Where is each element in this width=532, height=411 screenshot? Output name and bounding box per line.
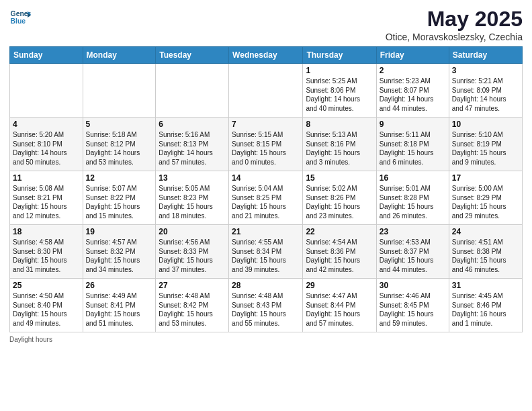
day-info: Sunrise: 4:57 AM Sunset: 8:32 PM Dayligh…: [86, 238, 153, 274]
day-number: 23: [380, 227, 446, 236]
calendar-week-1: 1Sunrise: 5:25 AM Sunset: 8:06 PM Daylig…: [10, 64, 523, 118]
calendar-cell: 20Sunrise: 4:56 AM Sunset: 8:33 PM Dayli…: [156, 225, 229, 279]
logo-icon: General Blue: [9, 7, 31, 28]
day-number: 28: [232, 281, 300, 290]
calendar-cell: 17Sunrise: 5:00 AM Sunset: 8:29 PM Dayli…: [449, 171, 522, 225]
day-number: 30: [380, 281, 446, 290]
day-info: Sunrise: 5:01 AM Sunset: 8:28 PM Dayligh…: [380, 184, 446, 220]
calendar-cell: 21Sunrise: 4:55 AM Sunset: 8:34 PM Dayli…: [229, 225, 303, 279]
page: General Blue May 2025 Otice, Moravskosle…: [0, 0, 532, 411]
calendar-cell: 9Sunrise: 5:11 AM Sunset: 8:18 PM Daylig…: [376, 118, 449, 171]
day-number: 15: [306, 173, 373, 183]
calendar-header-saturday: Saturday: [449, 47, 522, 64]
month-title: May 2025: [386, 7, 523, 32]
day-info: Sunrise: 4:48 AM Sunset: 8:42 PM Dayligh…: [159, 291, 226, 328]
calendar-cell: 25Sunrise: 4:50 AM Sunset: 8:40 PM Dayli…: [10, 279, 83, 332]
calendar-header-row: SundayMondayTuesdayWednesdayThursdayFrid…: [10, 47, 523, 64]
logo: General Blue: [9, 7, 31, 28]
day-number: 31: [452, 281, 519, 290]
header: General Blue May 2025 Otice, Moravskosle…: [9, 7, 523, 42]
calendar-cell: 23Sunrise: 4:53 AM Sunset: 8:37 PM Dayli…: [376, 225, 449, 279]
calendar-cell: [229, 64, 303, 118]
calendar-header-monday: Monday: [83, 47, 156, 64]
day-info: Sunrise: 4:53 AM Sunset: 8:37 PM Dayligh…: [380, 238, 446, 274]
day-info: Sunrise: 4:45 AM Sunset: 8:46 PM Dayligh…: [452, 291, 519, 328]
day-info: Sunrise: 4:47 AM Sunset: 8:44 PM Dayligh…: [306, 291, 373, 328]
day-info: Sunrise: 5:25 AM Sunset: 8:06 PM Dayligh…: [306, 77, 373, 113]
calendar-cell: 31Sunrise: 4:45 AM Sunset: 8:46 PM Dayli…: [449, 279, 522, 332]
day-info: Sunrise: 5:08 AM Sunset: 8:21 PM Dayligh…: [13, 184, 80, 220]
calendar-week-4: 18Sunrise: 4:58 AM Sunset: 8:30 PM Dayli…: [10, 225, 523, 279]
calendar-cell: 12Sunrise: 5:07 AM Sunset: 8:22 PM Dayli…: [83, 171, 156, 225]
calendar-cell: 19Sunrise: 4:57 AM Sunset: 8:32 PM Dayli…: [83, 225, 156, 279]
day-info: Sunrise: 4:48 AM Sunset: 8:43 PM Dayligh…: [232, 291, 300, 328]
calendar-cell: 3Sunrise: 5:21 AM Sunset: 8:09 PM Daylig…: [449, 64, 522, 118]
day-number: 13: [159, 173, 226, 183]
calendar-cell: 8Sunrise: 5:13 AM Sunset: 8:16 PM Daylig…: [303, 118, 376, 171]
daylight-hours-label: Daylight hours: [9, 336, 52, 343]
calendar-header-wednesday: Wednesday: [229, 47, 303, 64]
calendar-cell: 7Sunrise: 5:15 AM Sunset: 8:15 PM Daylig…: [229, 118, 303, 171]
day-number: 12: [86, 173, 153, 183]
day-info: Sunrise: 4:46 AM Sunset: 8:45 PM Dayligh…: [380, 291, 446, 328]
calendar-week-3: 11Sunrise: 5:08 AM Sunset: 8:21 PM Dayli…: [10, 171, 523, 225]
calendar-table: SundayMondayTuesdayWednesdayThursdayFrid…: [9, 46, 523, 332]
day-number: 19: [86, 227, 153, 236]
calendar-cell: 26Sunrise: 4:49 AM Sunset: 8:41 PM Dayli…: [83, 279, 156, 332]
day-info: Sunrise: 5:20 AM Sunset: 8:10 PM Dayligh…: [13, 130, 80, 167]
day-info: Sunrise: 5:15 AM Sunset: 8:15 PM Dayligh…: [232, 130, 300, 167]
day-info: Sunrise: 5:13 AM Sunset: 8:16 PM Dayligh…: [306, 130, 373, 167]
day-number: 5: [86, 120, 153, 129]
calendar-cell: 30Sunrise: 4:46 AM Sunset: 8:45 PM Dayli…: [376, 279, 449, 332]
calendar-cell: 5Sunrise: 5:18 AM Sunset: 8:12 PM Daylig…: [83, 118, 156, 171]
day-number: 7: [232, 120, 300, 129]
day-info: Sunrise: 5:23 AM Sunset: 8:07 PM Dayligh…: [380, 77, 446, 113]
day-number: 10: [452, 120, 519, 129]
calendar-cell: [83, 64, 156, 118]
day-number: 20: [159, 227, 226, 236]
calendar-cell: 10Sunrise: 5:10 AM Sunset: 8:19 PM Dayli…: [449, 118, 522, 171]
calendar-header-tuesday: Tuesday: [156, 47, 229, 64]
day-info: Sunrise: 4:49 AM Sunset: 8:41 PM Dayligh…: [86, 291, 153, 328]
calendar-cell: 18Sunrise: 4:58 AM Sunset: 8:30 PM Dayli…: [10, 225, 83, 279]
day-number: 6: [159, 120, 226, 129]
day-info: Sunrise: 4:55 AM Sunset: 8:34 PM Dayligh…: [232, 238, 300, 274]
day-info: Sunrise: 5:21 AM Sunset: 8:09 PM Dayligh…: [452, 77, 519, 113]
footer-daylight: Daylight hours: [9, 336, 523, 343]
day-number: 18: [13, 227, 80, 236]
day-number: 11: [13, 173, 80, 183]
calendar-cell: 14Sunrise: 5:04 AM Sunset: 8:25 PM Dayli…: [229, 171, 303, 225]
calendar-week-2: 4Sunrise: 5:20 AM Sunset: 8:10 PM Daylig…: [10, 118, 523, 171]
day-number: 14: [232, 173, 300, 183]
calendar-cell: 28Sunrise: 4:48 AM Sunset: 8:43 PM Dayli…: [229, 279, 303, 332]
day-info: Sunrise: 5:02 AM Sunset: 8:26 PM Dayligh…: [306, 184, 373, 220]
day-info: Sunrise: 5:04 AM Sunset: 8:25 PM Dayligh…: [232, 184, 300, 220]
calendar-cell: 16Sunrise: 5:01 AM Sunset: 8:28 PM Dayli…: [376, 171, 449, 225]
day-number: 22: [306, 227, 373, 236]
day-number: 9: [380, 120, 446, 129]
day-info: Sunrise: 5:18 AM Sunset: 8:12 PM Dayligh…: [86, 130, 153, 167]
calendar-cell: 24Sunrise: 4:51 AM Sunset: 8:38 PM Dayli…: [449, 225, 522, 279]
day-info: Sunrise: 5:10 AM Sunset: 8:19 PM Dayligh…: [452, 130, 519, 167]
day-info: Sunrise: 4:51 AM Sunset: 8:38 PM Dayligh…: [452, 238, 519, 274]
day-number: 4: [13, 120, 80, 129]
calendar-cell: [10, 64, 83, 118]
calendar-cell: 6Sunrise: 5:16 AM Sunset: 8:13 PM Daylig…: [156, 118, 229, 171]
day-info: Sunrise: 5:00 AM Sunset: 8:29 PM Dayligh…: [452, 184, 519, 220]
calendar-cell: 13Sunrise: 5:05 AM Sunset: 8:23 PM Dayli…: [156, 171, 229, 225]
calendar-cell: 29Sunrise: 4:47 AM Sunset: 8:44 PM Dayli…: [303, 279, 376, 332]
day-number: 17: [452, 173, 519, 183]
location-subtitle: Otice, Moravskoslezsky, Czechia: [386, 32, 523, 42]
calendar-cell: [156, 64, 229, 118]
calendar-cell: 1Sunrise: 5:25 AM Sunset: 8:06 PM Daylig…: [303, 64, 376, 118]
day-number: 27: [159, 281, 226, 290]
day-info: Sunrise: 5:05 AM Sunset: 8:23 PM Dayligh…: [159, 184, 226, 220]
day-info: Sunrise: 4:58 AM Sunset: 8:30 PM Dayligh…: [13, 238, 80, 274]
title-block: May 2025 Otice, Moravskoslezsky, Czechia: [386, 7, 523, 42]
day-number: 29: [306, 281, 373, 290]
day-info: Sunrise: 4:54 AM Sunset: 8:36 PM Dayligh…: [306, 238, 373, 274]
day-number: 25: [13, 281, 80, 290]
day-info: Sunrise: 5:07 AM Sunset: 8:22 PM Dayligh…: [86, 184, 153, 220]
calendar-cell: 2Sunrise: 5:23 AM Sunset: 8:07 PM Daylig…: [376, 64, 449, 118]
day-info: Sunrise: 4:50 AM Sunset: 8:40 PM Dayligh…: [13, 291, 80, 328]
